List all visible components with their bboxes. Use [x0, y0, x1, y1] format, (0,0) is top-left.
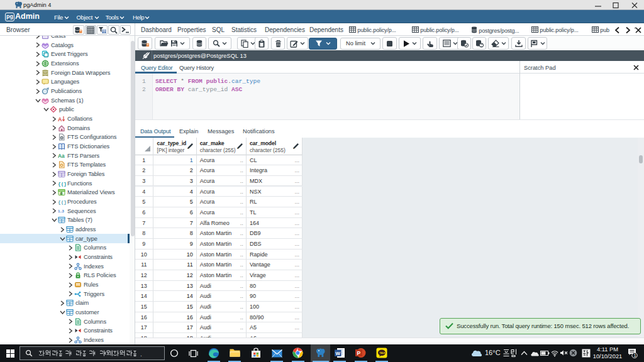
svg-text:Aa: Aa [58, 153, 65, 159]
svg-text:{(}: {(} [58, 199, 66, 205]
svg-text:R: R [60, 192, 63, 195]
svg-text:A: A [58, 116, 62, 123]
svg-text:1..3: 1..3 [58, 209, 65, 213]
svg-text:W: W [335, 351, 340, 356]
svg-text:P: P [357, 350, 361, 356]
svg-text:1: 1 [634, 353, 636, 358]
svg-text:TALK: TALK [380, 352, 386, 354]
svg-text:{(}: {(} [58, 181, 66, 187]
